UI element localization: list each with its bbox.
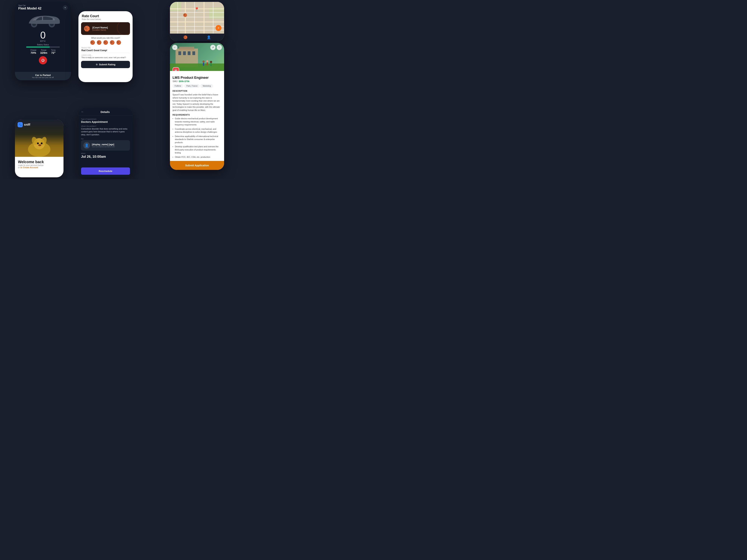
power-icon: ⏻ <box>41 58 45 62</box>
profile-nav-icon[interactable]: 👤 <box>207 35 211 39</box>
stars-row: 🏀 🏀 🏀 🏀 🏀 <box>78 40 133 45</box>
patient-card: 👤 [display_name] [age] user.name@domainn… <box>81 140 130 151</box>
svg-rect-16 <box>188 51 190 55</box>
sniff-logo: 🐾 sniff <box>18 122 30 127</box>
dropdown-button[interactable]: ▾ <box>63 5 68 10</box>
range-value: 329m <box>40 51 47 54</box>
map-view: 📍 🏀 + <box>170 2 224 34</box>
speed-display: 0 <box>40 30 46 40</box>
job-card: ← ↗ ♡ 🏛 LMS Product Engineer SMU $60k-$7… <box>170 43 224 170</box>
parked-title: Car is Parked <box>17 74 69 77</box>
tag-category: Marketing <box>201 84 213 88</box>
battery-label: Battery Status <box>37 44 49 46</box>
doctor-body: Type of Appointment Doctors Appointment … <box>78 115 133 167</box>
req-item-5: Obtain FCC, IEC, CSA, etc. production <box>173 156 222 159</box>
temp-label: Temp <box>51 49 55 51</box>
rating-question: What would you rate this court? <box>78 37 133 39</box>
star-3[interactable]: 🏀 <box>103 40 108 45</box>
details-title: Details <box>86 110 124 113</box>
reschedule-button[interactable]: Reschedule <box>81 167 130 175</box>
sniff-card: 🐾 sniff Welcome back Login to your accou… <box>15 119 63 177</box>
your-car-label: Your Car <box>18 4 42 6</box>
add-location-button[interactable]: + <box>215 25 222 31</box>
chevron-down-icon: ▾ <box>65 6 66 9</box>
map-pin-2: 🏀 <box>183 13 187 17</box>
share-button[interactable]: ↗ <box>210 45 215 50</box>
doctor-card: ← Details Type of Appointment Doctors Ap… <box>78 108 133 177</box>
job-title: LMS Product Engineer <box>173 76 222 80</box>
review-title-label: Review Title <box>81 47 130 49</box>
rate-court-card: Rate Court Rate the court below. 🏀 [Cour… <box>78 11 133 82</box>
req-item-4: Develop qualification test plans and ove… <box>173 145 222 154</box>
problem-text: Convulsive disorder that does something … <box>81 128 130 136</box>
back-button[interactable]: ← <box>81 110 84 113</box>
patient-email: user.name@domainname.com <box>92 146 115 148</box>
svg-rect-17 <box>192 51 195 55</box>
star-4[interactable]: 🏀 <box>110 40 115 45</box>
login-subtitle: Login to your account below or or Create… <box>18 164 60 168</box>
app-name: sniff <box>24 123 30 126</box>
svg-point-8 <box>37 142 39 144</box>
svg-point-23 <box>210 61 212 63</box>
submit-application-button[interactable]: Submit Application <box>170 161 224 170</box>
court-location: [Location Name] <box>93 29 108 31</box>
svg-point-10 <box>38 144 41 146</box>
svg-rect-22 <box>207 62 208 65</box>
power-button[interactable]: ⏻ <box>39 56 47 64</box>
tag-location: Paris, France <box>184 84 200 88</box>
rate-title: Rate Court <box>82 14 129 18</box>
review-section: Review Title Rad Court! Good Comp! Leave… <box>78 47 133 59</box>
star-2[interactable]: 🏀 <box>97 40 102 45</box>
req-item-2: Coordinate across electrical, mechanical… <box>173 128 222 134</box>
map-pin-1: 📍 <box>194 7 199 12</box>
parked-subtitle: You can now turn your car off. <box>17 77 69 78</box>
stats-row: Charge 70% Range 329m Temp 72° <box>30 49 56 54</box>
star-1[interactable]: 🏀 <box>90 40 95 45</box>
requirements-list: Guide electro-mechanical product develop… <box>173 117 222 158</box>
parked-status-box: Car is Parked You can now turn your car … <box>15 72 71 80</box>
req-item-1: Guide electro-mechanical product develop… <box>173 117 222 126</box>
charge-label: Charge <box>30 49 36 51</box>
range-label: Range <box>40 49 47 51</box>
star-5[interactable]: 🏀 <box>116 40 121 45</box>
court-circle-decor <box>117 22 130 35</box>
temp-value: 72° <box>51 51 55 54</box>
svg-rect-20 <box>203 63 204 66</box>
description-heading: DESCRIPTION <box>173 90 222 92</box>
problem-label: What's the problem? <box>81 125 130 127</box>
basketball-nav-icon[interactable]: 🏀 <box>183 35 187 39</box>
car-name: Fleet Model 42 <box>18 6 42 10</box>
when-label: When <box>81 153 130 154</box>
for-label: For <box>81 138 130 140</box>
welcome-heading: Welcome back <box>18 160 60 164</box>
job-company: SMU $60k-$70k <box>173 80 222 83</box>
court-name: [Court Name] <box>93 26 108 29</box>
note-label: Leave a note... <box>81 54 130 56</box>
car-image <box>24 12 61 29</box>
review-title-value: Rad Court! Good Comp! <box>81 49 130 53</box>
patient-name: [display_name] [age] <box>92 143 115 146</box>
or-create-text: or <box>18 166 20 168</box>
svg-rect-14 <box>178 51 181 55</box>
when-date: Jul 26, 10:00am <box>81 155 130 159</box>
job-nav-row: ← ↗ ♡ <box>170 45 224 50</box>
create-account-link[interactable]: or Create Account <box>20 166 38 168</box>
tag-fulltime: Fulltime <box>173 84 183 88</box>
job-hero-image: ← ↗ ♡ 🏛 <box>170 43 224 71</box>
battery-bar-fill <box>26 47 50 48</box>
submit-rating-button[interactable]: ☆ Submit Rating <box>81 61 130 68</box>
svg-rect-24 <box>210 63 212 66</box>
svg-point-9 <box>41 142 43 144</box>
battery-bar-container <box>26 47 60 48</box>
description-text: SpaceX was founded under the belief that… <box>173 93 222 112</box>
requirements-heading: REQUIREMENTS <box>173 114 222 116</box>
job-salary: $60k-$70k <box>179 80 189 83</box>
type-value: Doctors Appointment <box>81 121 130 124</box>
back-button[interactable]: ← <box>172 45 177 50</box>
save-button[interactable]: ♡ <box>216 45 222 50</box>
patient-avatar: 👤 <box>83 142 90 149</box>
rate-subtitle: Rate the court below. <box>82 18 129 20</box>
job-body: LMS Product Engineer SMU $60k-$70k Fullt… <box>170 71 224 161</box>
charge-value: 70% <box>30 51 36 54</box>
job-tags: Fulltime Paris, France Marketing <box>173 84 222 88</box>
